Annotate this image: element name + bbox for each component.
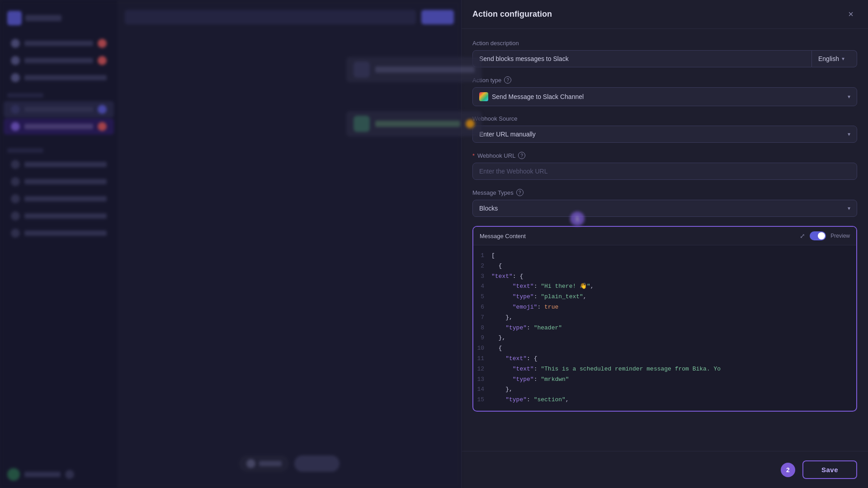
logo-icon [7, 11, 22, 25]
sidebar-dot [11, 39, 20, 48]
breadcrumb-bar [125, 10, 416, 24]
bottom-run-btn [294, 455, 340, 472]
code-line: 13 "type": "mrkdwn" [473, 375, 856, 385]
chevron-down-icon: ▾ [848, 131, 850, 137]
user-name [24, 472, 61, 477]
webhook-source-dropdown[interactable]: Enter URL manually ▾ [472, 126, 857, 143]
sidebar-item-2 [4, 52, 114, 69]
canvas: 1 [125, 34, 454, 481]
code-line: 14 }, [473, 385, 856, 395]
required-marker: * [472, 152, 475, 159]
expand-icon[interactable]: ⤢ [800, 232, 805, 239]
node-1 [346, 57, 482, 82]
message-content-header: Message Content ⤢ Preview [473, 227, 856, 245]
sidebar-section [7, 93, 43, 98]
node-text [375, 66, 475, 73]
code-line: 15 "type": "section", [473, 395, 856, 405]
sidebar-item-label [24, 41, 93, 46]
node-status [466, 119, 475, 128]
chevron-down-icon: ▾ [848, 205, 850, 211]
publish-btn [421, 10, 454, 24]
sidebar-dot [11, 105, 20, 114]
sidebar-item-label [24, 230, 107, 236]
bottom-icon [246, 459, 255, 468]
sidebar-item-label [24, 213, 107, 219]
webhook-url-input[interactable] [472, 163, 857, 180]
action-description-input[interactable] [472, 50, 812, 67]
webhook-url-field: * Webhook URL ? [472, 152, 857, 180]
action-description-label: Action description [472, 40, 857, 47]
sidebar-dot [11, 73, 20, 82]
sidebar-dot [11, 177, 20, 186]
sidebar-dot [11, 160, 20, 169]
node-icon [354, 61, 370, 78]
sidebar-item-7 [4, 174, 114, 190]
sidebar-item-10 [4, 225, 114, 241]
code-line: 12 "text": "This is a scheduled reminder… [473, 364, 856, 375]
message-types-dropdown[interactable]: Blocks ▾ [472, 200, 857, 217]
preview-toggle[interactable] [810, 231, 826, 240]
language-dropdown[interactable]: English ▾ [812, 50, 857, 67]
close-button[interactable]: × [844, 8, 857, 21]
sidebar-item-6 [4, 156, 114, 173]
node-text-2 [375, 121, 460, 127]
sidebar-item-9 [4, 208, 114, 224]
logo-area [0, 7, 118, 34]
sidebar-item-label [24, 107, 93, 112]
node-2 [346, 111, 482, 136]
code-line: 11 "text": { [473, 354, 856, 364]
sidebar-item-3 [4, 70, 114, 86]
sidebar-item-label [24, 75, 107, 80]
code-line: 5 "type": "plain_text", [473, 292, 856, 302]
sidebar-badge [98, 122, 107, 131]
sidebar-badge [98, 105, 107, 114]
step-badge-2: 2 [781, 463, 795, 477]
slack-icon [479, 92, 488, 101]
sidebar-item-5 [4, 118, 114, 135]
action-type-dropdown-inner: Send Message to Slack Channel [479, 92, 584, 101]
chevron-down-icon: ▾ [842, 56, 844, 62]
sidebar-section-2 [7, 148, 43, 153]
panel-title: Action configuration [472, 9, 552, 19]
action-type-help-icon[interactable]: ? [504, 76, 511, 84]
toggle-knob [818, 232, 825, 239]
code-editor[interactable]: 1 [ 2 { 3 "text": { 4 "text": "Hi there!… [473, 245, 856, 411]
webhook-source-field: Webhook Source Enter URL manually ▾ [472, 115, 857, 143]
sidebar-item-label [24, 196, 107, 202]
sidebar [0, 0, 118, 488]
top-bar [125, 7, 454, 27]
action-type-label: Action type ? [472, 76, 857, 84]
sidebar-item-4 [4, 101, 114, 117]
chevron-down-icon: ▾ [848, 94, 850, 100]
sidebar-dot [11, 194, 20, 203]
action-description-field: Action description English ▾ [472, 40, 857, 67]
webhook-url-help-icon[interactable]: ? [518, 152, 525, 159]
sidebar-item-label [24, 179, 107, 184]
code-line: 3 "text": { [473, 272, 856, 282]
panel-footer: 2 Save [462, 451, 868, 488]
action-type-dropdown[interactable]: Send Message to Slack Channel ▾ [472, 87, 857, 106]
code-line: 1 [ [473, 251, 856, 261]
panel-header: Action configuration × [462, 0, 868, 29]
bottom-action-btn [239, 455, 289, 472]
save-button[interactable]: Save [802, 460, 857, 479]
sidebar-badge [98, 39, 107, 48]
code-line: 6 "emoji": true [473, 302, 856, 313]
node-icon-2 [354, 116, 370, 132]
message-types-help-icon[interactable]: ? [516, 189, 524, 196]
canvas-area: 1 [0, 0, 461, 488]
bottom-bar [239, 455, 340, 472]
preview-label: Preview [830, 233, 850, 239]
user-avatar [7, 468, 20, 481]
message-types-label: Message Types ? [472, 189, 857, 196]
message-types-field: Message Types ? Blocks ▾ [472, 189, 857, 217]
sidebar-footer [7, 468, 74, 481]
sidebar-item-1 [4, 35, 114, 52]
sidebar-dot [11, 122, 20, 131]
message-content-actions: ⤢ Preview [800, 231, 850, 240]
code-line: 10 { [473, 343, 856, 354]
language-value: English [818, 55, 839, 62]
sidebar-badge [98, 56, 107, 65]
action-description-row: English ▾ [472, 50, 857, 67]
code-line: 7 }, [473, 313, 856, 323]
